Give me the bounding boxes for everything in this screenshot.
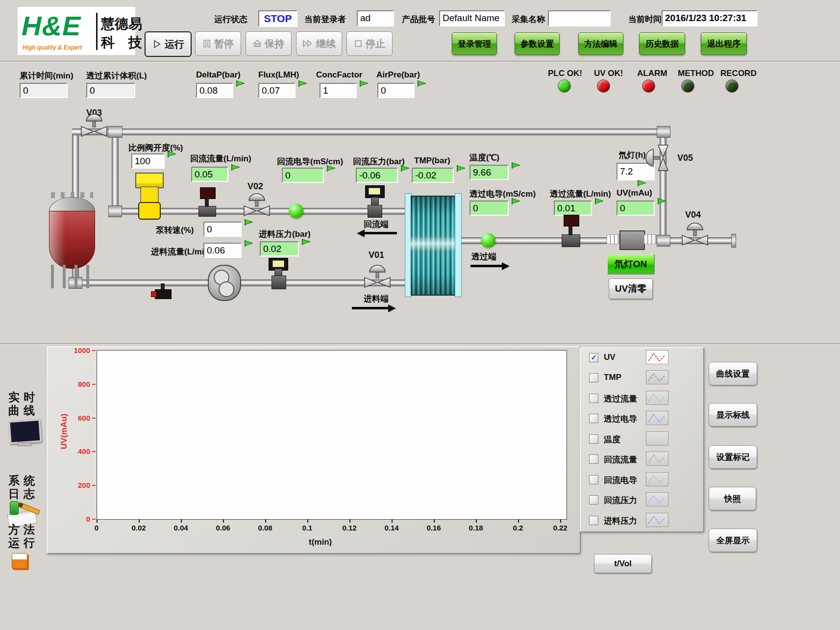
sidebar-item-method-run[interactable]: 方法 运行 [4, 523, 43, 549]
pause-icon [202, 39, 211, 48]
pause-button[interactable]: 暂停 [195, 31, 241, 56]
perm-flow-sensor [564, 215, 579, 227]
flux-label: Flux(LMH) [258, 70, 299, 80]
logo-cn-top: 慧德易 [101, 15, 142, 33]
tvol-button[interactable]: t/Vol [594, 554, 652, 573]
history-data-button[interactable]: 历史数据 [639, 32, 685, 55]
temperature-value: 9.66 [469, 165, 509, 180]
curve-settings-button[interactable]: 曲线设置 [709, 362, 757, 385]
legend-label-feed-press: 进料压力 [604, 515, 637, 527]
legend-sample-reflux-flow[interactable] [646, 452, 668, 466]
uv-ok-led [597, 79, 610, 93]
user-label: 当前登录者 [304, 14, 346, 25]
method-edit-button[interactable]: 方法编辑 [578, 32, 623, 55]
user-field[interactable]: ad [357, 10, 394, 26]
stop-button[interactable]: 停止 [346, 31, 393, 56]
legend-checkbox-temperature[interactable] [589, 434, 598, 444]
collect-field[interactable] [548, 10, 611, 26]
uv-ok-label: UV OK! [594, 69, 623, 78]
membrane-module [411, 196, 455, 296]
feed-press-value: 0.02 [260, 241, 299, 256]
tank-legs [51, 265, 92, 288]
hold-button[interactable]: 保持 [246, 31, 292, 56]
perm-volume-value: 0 [86, 83, 135, 98]
plc-ok-led [558, 79, 571, 93]
lamp-on-button[interactable]: 氘灯ON [607, 254, 655, 275]
pump-speed-label: 泵转速(%) [156, 225, 194, 236]
perm-cond-value: 0 [469, 201, 509, 216]
prop-valve-flag-icon [167, 151, 177, 158]
perm-cond-label: 透过电导(mS/cm) [469, 188, 536, 200]
legend-checkbox-tmp[interactable] [589, 373, 598, 382]
feed-flow-value[interactable]: 0.06 [203, 243, 242, 258]
pipe-end-cap [731, 234, 736, 248]
continue-button[interactable]: 继续 [296, 31, 342, 56]
feed-press-flag-icon [301, 238, 311, 246]
monitor-icon [8, 419, 42, 444]
perm-arrow-line [470, 265, 503, 267]
prop-valve-value[interactable]: 100 [131, 153, 165, 169]
legend-sample-tmp[interactable] [646, 370, 668, 384]
reflux-press-sensor-block [368, 205, 382, 218]
legend-sample-feed-press[interactable] [646, 513, 668, 527]
reflux-press-label: 回流压力(bar) [353, 156, 405, 167]
section-divider [0, 343, 840, 344]
sidebar-item-system-log[interactable]: 系统 日志 [4, 474, 43, 500]
set-marks-button[interactable]: 设置标记 [709, 445, 757, 469]
sidebar-item-realtime-curve[interactable]: 实时 曲线 [4, 390, 43, 417]
legend-sample-reflux-press[interactable] [646, 492, 668, 506]
exit-program-button[interactable]: 退出程序 [701, 32, 747, 55]
sidebar-syslog-line2: 日志 [4, 487, 43, 500]
header-divider [0, 61, 840, 62]
valve-v01 [363, 264, 392, 288]
legend-checkbox-feed-press[interactable] [589, 516, 598, 525]
reflux-cond-value: 0 [282, 168, 324, 183]
legend-checkbox-perm-cond[interactable] [589, 414, 598, 423]
tmp-value: -0.02 [412, 168, 454, 183]
legend-sample-uv[interactable] [646, 350, 668, 364]
tank-body [49, 211, 95, 269]
logo-divider [96, 13, 98, 50]
xtick-9: 0.18 [464, 524, 488, 532]
feed-flow-flag-icon [244, 240, 254, 247]
xtick-7: 0.14 [379, 524, 404, 532]
run-button[interactable]: 运行 [145, 31, 192, 57]
reflux-flow-value: 0.05 [191, 167, 228, 182]
run-button-label: 运行 [165, 38, 184, 51]
valve-v04 [680, 222, 710, 246]
ytick-0: 0 [68, 515, 90, 523]
legend-checkbox-reflux-press[interactable] [589, 495, 598, 504]
legend-checkbox-reflux-cond[interactable] [589, 475, 598, 484]
flux-flag-icon [298, 80, 308, 87]
legend-checkbox-reflux-flow[interactable] [589, 454, 598, 464]
lamp-hours-label: 氘灯(h) [618, 150, 646, 161]
batch-field[interactable]: Default Name [439, 10, 505, 26]
xtick-1: 0.02 [126, 524, 151, 532]
reflux-sightglass-ball [289, 203, 303, 218]
legend-sample-reflux-cond[interactable] [646, 472, 668, 486]
legend-sample-perm-cond[interactable] [646, 411, 668, 425]
login-manage-button[interactable]: 登录管理 [452, 32, 497, 55]
run-status-label: 运行状态 [214, 14, 247, 25]
param-setting-button[interactable]: 参数设置 [515, 32, 560, 55]
legend-sample-perm-flow[interactable] [646, 391, 668, 405]
pump-speed-value[interactable]: 0 [203, 222, 242, 237]
snapshot-button[interactable]: 快照 [709, 487, 756, 510]
elbow-reflux-left [108, 205, 122, 217]
legend-sample-temperature[interactable] [646, 431, 668, 446]
fullscreen-button[interactable]: 全屏显示 [709, 529, 757, 552]
uv-zero-button[interactable]: UV清零 [609, 278, 653, 299]
legend-checkbox-perm-flow[interactable] [589, 394, 598, 403]
drain-device [155, 289, 172, 299]
record-led [725, 79, 739, 93]
ytick-600: 600 [68, 414, 90, 422]
reflux-arrow-line [365, 232, 397, 234]
monitor-stand [18, 442, 31, 446]
reflux-arrow-head [357, 229, 365, 237]
legend-checkbox-uv[interactable]: ✓ [589, 353, 598, 362]
continue-icon [302, 39, 313, 48]
legend-label-reflux-flow: 回流流量 [604, 454, 637, 465]
tee-v03-branch [108, 126, 123, 138]
show-markers-button[interactable]: 显示标线 [709, 403, 757, 427]
sidebar-realtime-line1: 实时 [4, 390, 43, 403]
